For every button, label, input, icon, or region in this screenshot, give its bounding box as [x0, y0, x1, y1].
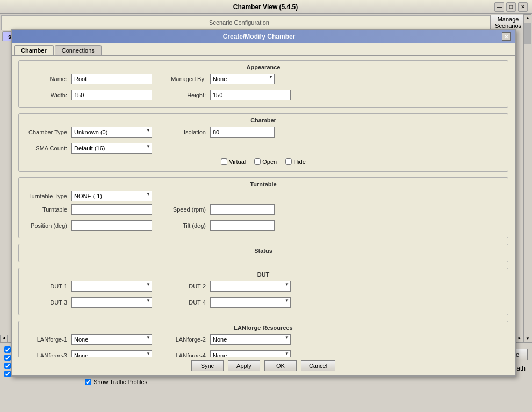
scroll-up-arrow[interactable]: ▲ — [524, 14, 531, 21]
dialog-title: Create/Modify Chamber — [16, 33, 502, 40]
speed-row: Speed (rpm) — [163, 204, 275, 215]
scroll-down-arrow[interactable]: ▼ — [524, 335, 531, 342]
lanforge3-label: LANforge-3 — [24, 352, 67, 357]
dut1-label: DUT-1 — [24, 283, 67, 290]
sma-count-label: SMA Count: — [24, 145, 67, 151]
turntable-type-label: Turntable Type — [24, 193, 67, 199]
chamber-type-select[interactable]: Unknown (0) — [71, 127, 152, 138]
sma-count-select[interactable]: Default (16) — [71, 143, 152, 154]
isolation-input[interactable] — [210, 127, 275, 138]
speed-input[interactable] — [210, 204, 275, 215]
dialog-content: Appearance Name: Width: — [12, 56, 515, 357]
dialog-close-icon[interactable]: ✕ — [502, 32, 511, 41]
dut2-label: DUT-2 — [163, 283, 206, 290]
scroll-thumb[interactable] — [524, 23, 531, 44]
show-wifi-connections-checkbox[interactable] — [4, 363, 11, 369]
appearance-fields: Name: Width: Managed By: — [24, 74, 502, 103]
lanforge4-row: LANforge-4 None — [163, 350, 291, 357]
lanforge4-select[interactable]: None — [210, 350, 291, 357]
isolation-row: Isolation — [163, 127, 275, 138]
dialog-title-bar: Create/Modify Chamber ✕ — [12, 30, 515, 43]
tab-chamber[interactable]: Chamber — [14, 45, 54, 55]
managed-by-select[interactable]: None — [210, 74, 275, 84]
width-input[interactable] — [71, 90, 152, 100]
lanforge1-select-wrapper: None — [71, 334, 152, 345]
dut4-select[interactable] — [210, 297, 291, 308]
hide-checkbox-item: Hide — [285, 158, 306, 165]
height-label: Height: — [163, 92, 206, 98]
dut4-row: DUT-4 — [163, 297, 291, 308]
managed-by-label: Managed By: — [163, 76, 206, 82]
turntable-label: Turntable — [24, 206, 67, 213]
chamber-type-select-wrapper: Unknown (0) — [71, 127, 152, 138]
dialog-button-row: Sync Apply OK Cancel — [12, 357, 515, 375]
status-title: Status — [24, 248, 502, 254]
scroll-right-arrow[interactable]: ► — [516, 335, 523, 342]
dialog-ok-button[interactable]: OK — [264, 360, 297, 371]
lanforge-col-right: LANforge-2 None LANforge-4 — [163, 334, 291, 357]
dut2-select-wrapper — [210, 281, 291, 292]
hide-label: Hide — [293, 158, 306, 165]
lanforge3-select[interactable]: None — [71, 350, 152, 357]
turntable-type-row: Turntable Type NONE (-1) — [24, 191, 502, 201]
minimize-button[interactable]: — — [494, 2, 504, 12]
virtual-checkbox[interactable] — [221, 158, 227, 165]
show-external-cx-checkbox[interactable] — [4, 346, 11, 353]
lanforge-fields: LANforge-1 None LANforge-3 — [24, 334, 502, 357]
turntable-row: Turntable — [24, 204, 152, 215]
title-bar: Chamber View (5.4.5) — □ ✕ — [0, 0, 532, 14]
tab-connections[interactable]: Connections — [55, 45, 102, 55]
chamber-fields: Chamber Type Unknown (0) SMA Count: — [24, 127, 502, 156]
vertical-scrollbar[interactable]: ▲ ▼ — [523, 14, 532, 342]
lanforge4-select-wrapper: None — [210, 350, 291, 357]
dut-col-right: DUT-2 DUT-4 — [163, 281, 291, 310]
show-hidden-chambers-checkbox[interactable] — [4, 371, 11, 377]
lanforge1-row: LANforge-1 None — [24, 334, 152, 345]
show-traffic-profiles-checkbox[interactable] — [85, 379, 91, 385]
dialog-sync-button[interactable]: Sync — [191, 360, 224, 371]
open-checkbox[interactable] — [254, 158, 261, 165]
lanforge1-select[interactable]: None — [71, 334, 152, 345]
dut1-select[interactable] — [71, 281, 152, 292]
height-input[interactable] — [210, 90, 291, 100]
dut4-select-wrapper — [210, 297, 291, 308]
virtual-label: Virtual — [229, 158, 246, 165]
hide-checkbox[interactable] — [285, 158, 292, 165]
lanforge2-select-wrapper: None — [210, 334, 291, 345]
sma-count-select-wrapper: Default (16) — [71, 143, 152, 154]
isolation-label: Isolation — [163, 129, 206, 135]
dut-title: DUT — [24, 271, 502, 278]
dialog-apply-button[interactable]: Apply — [228, 360, 260, 371]
turntable-input[interactable] — [71, 204, 152, 215]
width-label: Width: — [24, 92, 67, 98]
scroll-left-arrow[interactable]: ◄ — [0, 335, 8, 342]
dut3-select-wrapper — [71, 297, 152, 308]
dialog-cancel-button[interactable]: Cancel — [301, 360, 335, 371]
turntable-type-select[interactable]: NONE (-1) — [71, 191, 152, 201]
dut-col-left: DUT-1 DUT-3 — [24, 281, 152, 310]
maximize-button[interactable]: □ — [506, 2, 516, 12]
dut3-label: DUT-3 — [24, 299, 67, 306]
tilt-row: Tilt (deg) — [163, 220, 275, 231]
lanforge4-label: LANforge-4 — [163, 352, 206, 357]
managed-by-row: Managed By: None — [163, 74, 291, 84]
name-input[interactable] — [71, 74, 152, 84]
show-attenuators-checkbox[interactable] — [4, 355, 11, 361]
open-checkbox-item: Open — [254, 158, 277, 165]
open-label: Open — [262, 158, 277, 165]
lanforge2-select[interactable]: None — [210, 334, 291, 345]
appearance-col-right: Managed By: None Height: — [163, 74, 291, 103]
position-input[interactable] — [71, 220, 152, 231]
dut-section: DUT DUT-1 — [18, 268, 508, 315]
speed-label: Speed (rpm) — [163, 206, 206, 213]
lanforge3-select-wrapper: None — [71, 350, 152, 357]
position-row: Position (deg) — [24, 220, 152, 231]
managed-by-select-wrapper: None — [210, 74, 275, 84]
dut2-select[interactable] — [210, 281, 291, 292]
chamber-checkboxes: Virtual Open Hide — [24, 158, 502, 165]
manage-scenarios-button[interactable]: Manage Scenarios — [490, 15, 526, 31]
dut3-select[interactable] — [71, 297, 152, 308]
close-button[interactable]: ✕ — [518, 2, 528, 12]
chamber-section-title: Chamber — [24, 117, 502, 124]
tilt-input[interactable] — [210, 220, 275, 231]
